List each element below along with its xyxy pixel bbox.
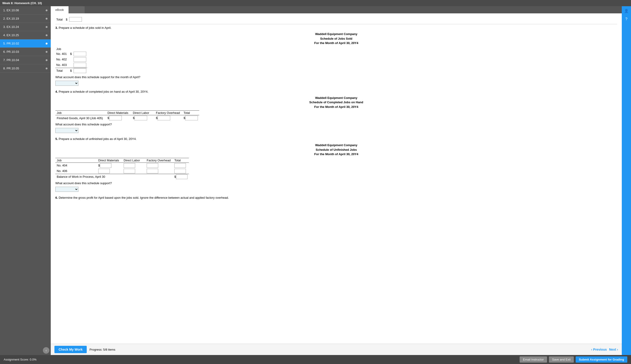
job-no401-input[interactable] [74, 52, 86, 56]
q4-job405-total-input[interactable] [185, 116, 198, 120]
question-6-block: 6. Determine the gross profit for April … [55, 196, 617, 200]
q5-col-dm: Direct Materials [98, 158, 119, 162]
q4-company-header: Waddell Equipment Company Schedule of Co… [55, 96, 617, 109]
q5-company-header: Waddell Equipment Company Schedule of Un… [55, 143, 617, 156]
q3-number: 3. [55, 26, 58, 30]
sidebar-item-ex1025[interactable]: 4. EX.10.25 [0, 31, 51, 40]
sidebar-item-ex1019[interactable]: 2. EX.10.19 [0, 14, 51, 23]
q3-company-header: Waddell Equipment Company Schedule of Jo… [55, 32, 617, 46]
q5-schedule-name: Schedule of Unfinished Jobs [55, 148, 617, 152]
q4-header-row: Job Direct Materials Direct Labor Factor… [55, 111, 199, 115]
q5-col-dl: Direct Labor [124, 158, 140, 162]
sidebar-item-label: 4. EX.10.25 [3, 34, 19, 37]
right-icon-help-button[interactable]: ? [623, 16, 630, 23]
sidebar: 1. EX.10.08 2. EX.10.19 3. EX.10.24 4. E… [0, 6, 51, 355]
q5-no404-dl-input[interactable] [124, 163, 135, 168]
save-and-exit-button[interactable]: Save and Exit [549, 356, 574, 362]
q4-col-job: Job [57, 111, 62, 114]
q3-total-row: Total $ [55, 68, 87, 74]
right-icons-panel: 👤 ? [622, 6, 631, 355]
sidebar-item-pr1004[interactable]: 7. PR.10.04 [0, 56, 51, 64]
top-total-label: Total [56, 18, 63, 21]
q4-col-dm: Direct Materials [108, 111, 128, 114]
q5-balance-label: Balance of Work in Process, April 30 [57, 175, 105, 178]
right-icon-1-button[interactable]: 👤 [623, 7, 630, 14]
job-no402-input[interactable] [74, 57, 86, 62]
q3-company-name: Waddell Equipment Company [55, 32, 617, 36]
sidebar-item-label: 3. EX.10.24 [3, 25, 19, 28]
check-work-button[interactable]: Check My Work [55, 346, 87, 353]
table-row: No. 406 [55, 168, 189, 174]
chevron-left-icon: ‹ [591, 348, 592, 351]
q3-jobs-sold-table: Job No. 401 $ No. 402 [55, 47, 87, 74]
q3-schedule-name: Schedule of Jobs Sold [55, 36, 617, 41]
q5-no404-label: No. 404 [57, 164, 67, 167]
progress-text: Progress: 5/8 items [90, 348, 115, 351]
q6-instruction: Determine the gross profit for April bas… [59, 196, 229, 200]
q5-account-question: What account does this schedule support? [55, 182, 617, 185]
q3-period: For the Month of April 30, 20Y4 [55, 41, 617, 46]
q6-number: 6. [55, 196, 58, 200]
sidebar-dot [46, 68, 48, 70]
next-button[interactable]: Next › [609, 348, 618, 351]
sidebar-item-label: 2. EX.10.19 [3, 17, 19, 20]
person-icon: 👤 [624, 9, 629, 13]
tab-ebook[interactable]: eBook [51, 6, 69, 13]
q5-no406-total-input[interactable] [174, 169, 186, 173]
q4-col-dl: Direct Labor [133, 111, 149, 114]
q4-job405-label: Finished Goods, April 30 (Job 405) [57, 116, 103, 120]
footer-buttons: Email Instructor Save and Exit Submit As… [520, 356, 627, 362]
q4-completed-table: Job Direct Materials Direct Labor Factor… [55, 110, 199, 121]
q4-account-question: What account does this schedule support? [55, 123, 617, 126]
q5-no406-dl-input[interactable] [124, 169, 135, 173]
footer-bar: Assignment Score: 0.0% Email Instructor … [0, 355, 631, 364]
q3-jobs-header: Job [56, 47, 61, 51]
question-3-block: 3. Prepare a schedule of jobs sold in Ap… [55, 26, 617, 86]
sidebar-dot [46, 18, 48, 20]
content-scroll[interactable]: Total $ 3. Prepare a schedule of jobs so… [51, 13, 622, 344]
email-instructor-button[interactable]: Email Instructor [520, 356, 547, 362]
sidebar-item-ex1024[interactable]: 3. EX.10.24 [0, 23, 51, 31]
q4-number: 4. [55, 90, 58, 93]
tab-other[interactable] [69, 6, 85, 13]
q5-unfinished-table: Job Direct Materials Direct Labor Factor… [55, 158, 189, 180]
q4-job405-dm-input[interactable] [109, 116, 122, 120]
sidebar-item-pr1002[interactable]: 5. PR.10.02 [0, 40, 51, 48]
q3-account-select[interactable] [55, 81, 79, 86]
sidebar-item-ex1008[interactable]: 1. EX.10.08 [0, 6, 51, 14]
q5-no404-dm-input[interactable] [100, 163, 111, 168]
submit-assignment-button[interactable]: Submit Assignment for Grading [576, 356, 627, 362]
sidebar-item-pr1003[interactable]: 6. PR.10.03 [0, 48, 51, 56]
sidebar-dot [46, 26, 48, 28]
q5-account-select[interactable] [55, 187, 79, 192]
question-4-block: 4. Prepare a schedule of completed jobs … [55, 90, 617, 133]
ebook-area: eBook Total $ [51, 6, 622, 355]
sidebar-item-pr1005[interactable]: 8. PR.10.05 [0, 64, 51, 72]
top-total-input[interactable] [69, 17, 82, 22]
q5-no404-total-input[interactable] [174, 163, 186, 168]
q5-no404-fo-input[interactable] [147, 163, 158, 168]
q4-job405-dl-input[interactable] [135, 116, 147, 120]
q5-no406-dm-input[interactable] [98, 169, 110, 173]
q5-balance-input[interactable] [176, 174, 188, 179]
collapse-sidebar-button[interactable]: ‹ [43, 347, 49, 354]
app-container: Week 8: Homework (CH. 10) 1. EX.10.08 2.… [0, 0, 631, 364]
q5-balance-row: Balance of Work in Process, April 30 $ [55, 174, 189, 180]
ebook-tabs: eBook [51, 6, 622, 13]
q4-period: For the Month of April 30, 20Y4 [55, 105, 617, 109]
sidebar-bottom: ‹ [0, 346, 51, 355]
sidebar-dot [46, 51, 48, 53]
previous-button[interactable]: ‹ Previous [591, 348, 607, 351]
q3-total-input[interactable] [74, 68, 86, 73]
sidebar-item-label: 1. EX.10.08 [3, 8, 19, 12]
q5-number: 5. [55, 137, 58, 140]
q3-account-question: What account does this schedule support … [55, 76, 617, 79]
q4-account-select[interactable] [55, 128, 79, 133]
assignment-score: Assignment Score: 0.0% [4, 358, 37, 361]
sidebar-item-label: 8. PR.10.05 [3, 66, 19, 70]
job-no403-input[interactable] [74, 63, 86, 67]
q5-no406-fo-input[interactable] [147, 169, 158, 173]
q3-total-label: Total [56, 69, 63, 72]
q5-col-total: Total [174, 158, 181, 162]
q4-job405-fo-input[interactable] [158, 116, 170, 120]
